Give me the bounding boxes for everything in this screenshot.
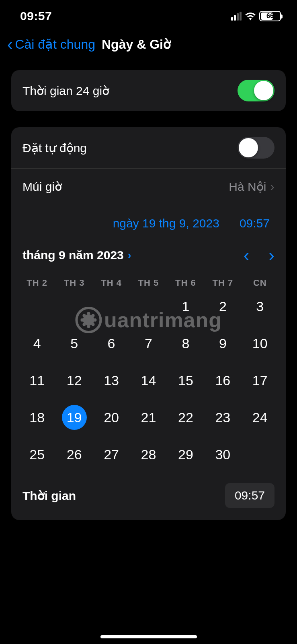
calendar-day[interactable]: 25	[18, 442, 55, 467]
calendar-day[interactable]: 1	[167, 294, 204, 319]
calendar-day[interactable]: 7	[130, 331, 167, 356]
group-24hour: Thời gian 24 giờ	[11, 70, 286, 111]
calendar-header: tháng 9 năm 2023 › ‹ ›	[11, 238, 286, 268]
row-set-automatically[interactable]: Đặt tự động	[11, 127, 286, 168]
calendar-month-label: tháng 9 năm 2023	[23, 248, 124, 262]
time-row-label: Thời gian	[23, 489, 76, 503]
calendar-month-button[interactable]: tháng 9 năm 2023 ›	[23, 248, 131, 262]
calendar-day[interactable]: 21	[130, 405, 167, 430]
calendar-day[interactable]: 10	[242, 331, 279, 356]
calendar-weekday: TH 2	[18, 278, 55, 288]
calendar-day[interactable]: 22	[167, 405, 204, 430]
calendar-day[interactable]: 17	[242, 368, 279, 393]
calendar-day[interactable]: 26	[55, 442, 92, 467]
calendar-day[interactable]: 28	[130, 442, 167, 467]
calendar-day[interactable]: 20	[93, 405, 130, 430]
page-title: Ngày & Giờ	[102, 37, 171, 52]
status-bar: 09:57 66	[0, 0, 297, 28]
row-label-timezone: Múi giờ	[23, 180, 62, 194]
calendar-next-button[interactable]: ›	[268, 246, 274, 264]
calendar-day[interactable]: 9	[204, 331, 241, 356]
status-indicators: 66	[231, 11, 281, 21]
calendar-weekday: TH 6	[167, 278, 204, 288]
selected-time-button[interactable]: 09:57	[240, 217, 270, 230]
calendar-weekday-row: TH 2TH 3TH 4TH 5TH 6TH 7CN	[11, 268, 286, 291]
row-datetime-display: ngày 19 thg 9, 2023 09:57	[11, 204, 286, 238]
calendar-day[interactable]: 8	[167, 331, 204, 356]
calendar-day[interactable]: 23	[204, 405, 241, 430]
calendar-day[interactable]: 16	[204, 368, 241, 393]
calendar-weekday: TH 5	[130, 278, 167, 288]
calendar-day[interactable]: 4	[18, 331, 55, 356]
calendar-day[interactable]: 24	[242, 405, 279, 430]
calendar-day[interactable]: 3	[242, 294, 279, 319]
time-picker-button[interactable]: 09:57	[225, 483, 274, 508]
toggle-24hour[interactable]	[238, 80, 274, 101]
home-indicator[interactable]	[100, 635, 197, 638]
battery-icon: 66	[259, 11, 281, 21]
calendar-weekday: TH 7	[204, 278, 241, 288]
timezone-value: Hà Nội	[229, 180, 266, 194]
calendar-days-grid: 1234567891011121314151617181920212223242…	[11, 291, 286, 475]
toggle-knob	[239, 138, 258, 157]
battery-percent: 66	[260, 12, 280, 20]
row-time-picker: Thời gian 09:57	[11, 475, 286, 520]
toggle-autoset[interactable]	[238, 137, 274, 159]
calendar-day[interactable]: 6	[93, 331, 130, 356]
row-label-24hour: Thời gian 24 giờ	[23, 84, 109, 98]
row-label-autoset: Đặt tự động	[23, 141, 87, 155]
chevron-right-icon: ›	[270, 179, 274, 194]
calendar-weekday: TH 4	[93, 278, 130, 288]
calendar-day[interactable]: 2	[204, 294, 241, 319]
calendar-day[interactable]: 27	[93, 442, 130, 467]
group-datetime: Đặt tự động Múi giờ Hà Nội › ngày 19 thg…	[11, 127, 286, 520]
selected-date-button[interactable]: ngày 19 thg 9, 2023	[113, 217, 219, 230]
calendar-day[interactable]: 14	[130, 368, 167, 393]
navigation-bar: ‹ Cài đặt chung Ngày & Giờ	[0, 28, 297, 64]
calendar-day[interactable]: 11	[18, 368, 55, 393]
calendar-day[interactable]: 30	[204, 442, 241, 467]
calendar-day[interactable]: 19	[55, 405, 92, 430]
calendar-day[interactable]: 15	[167, 368, 204, 393]
back-chevron-icon[interactable]: ‹	[7, 36, 12, 52]
chevron-right-icon: ›	[128, 249, 131, 262]
calendar-weekday: TH 3	[55, 278, 92, 288]
back-button[interactable]: Cài đặt chung	[15, 37, 95, 52]
calendar-prev-button[interactable]: ‹	[244, 246, 250, 264]
calendar-day[interactable]: 12	[55, 368, 92, 393]
calendar-day[interactable]: 29	[167, 442, 204, 467]
calendar-day[interactable]: 18	[18, 405, 55, 430]
row-24hour-time[interactable]: Thời gian 24 giờ	[11, 70, 286, 111]
calendar-day[interactable]: 5	[55, 331, 92, 356]
row-timezone[interactable]: Múi giờ Hà Nội ›	[11, 168, 286, 204]
calendar-weekday: CN	[242, 278, 279, 288]
status-time: 09:57	[20, 9, 52, 23]
cellular-signal-icon	[231, 12, 242, 21]
calendar-day[interactable]: 13	[93, 368, 130, 393]
wifi-icon	[245, 12, 256, 21]
toggle-knob	[254, 81, 273, 100]
